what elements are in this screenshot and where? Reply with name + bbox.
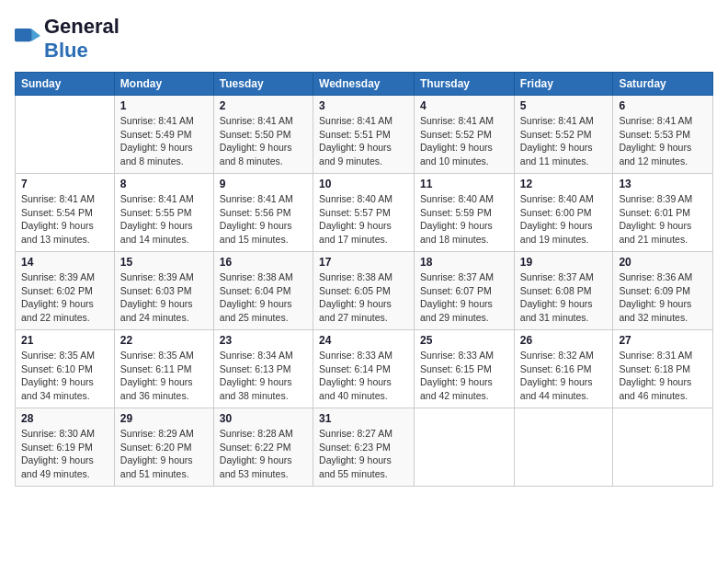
day-number: 22	[120, 334, 208, 347]
day-info: Sunrise: 8:41 AMSunset: 5:51 PMDaylight:…	[319, 114, 408, 168]
day-info: Sunrise: 8:41 AMSunset: 5:56 PMDaylight:…	[220, 192, 307, 247]
day-number: 20	[619, 256, 707, 269]
day-info: Sunrise: 8:31 AMSunset: 6:18 PMDaylight:…	[619, 349, 707, 403]
weekday-header-row: SundayMondayTuesdayWednesdayThursdayFrid…	[16, 73, 713, 96]
day-cell: 4Sunrise: 8:41 AMSunset: 5:52 PMDaylight…	[415, 96, 515, 174]
day-number: 7	[21, 178, 108, 190]
week-row-4: 21Sunrise: 8:35 AMSunset: 6:10 PMDayligh…	[16, 330, 713, 408]
day-info: Sunrise: 8:30 AMSunset: 6:19 PMDaylight:…	[21, 427, 108, 481]
day-info: Sunrise: 8:27 AMSunset: 6:23 PMDaylight:…	[319, 427, 408, 481]
day-cell: 22Sunrise: 8:35 AMSunset: 6:11 PMDayligh…	[114, 330, 213, 408]
day-number: 18	[420, 256, 508, 269]
day-cell	[415, 408, 515, 487]
day-cell: 23Sunrise: 8:34 AMSunset: 6:13 PMDayligh…	[213, 330, 313, 408]
day-cell: 27Sunrise: 8:31 AMSunset: 6:18 PMDayligh…	[613, 330, 713, 408]
day-info: Sunrise: 8:41 AMSunset: 5:53 PMDaylight:…	[619, 114, 707, 168]
day-cell: 1Sunrise: 8:41 AMSunset: 5:49 PMDaylight…	[114, 96, 213, 174]
day-cell: 12Sunrise: 8:40 AMSunset: 6:00 PMDayligh…	[514, 174, 613, 252]
calendar-body: 1Sunrise: 8:41 AMSunset: 5:49 PMDaylight…	[16, 96, 713, 487]
day-number: 13	[619, 178, 707, 190]
day-info: Sunrise: 8:41 AMSunset: 5:55 PMDaylight:…	[120, 192, 208, 247]
day-cell: 5Sunrise: 8:41 AMSunset: 5:52 PMDaylight…	[514, 96, 613, 174]
day-info: Sunrise: 8:41 AMSunset: 5:50 PMDaylight:…	[220, 114, 307, 168]
day-number: 21	[21, 334, 108, 347]
day-number: 8	[120, 178, 208, 190]
day-number: 14	[21, 256, 108, 269]
day-info: Sunrise: 8:32 AMSunset: 6:16 PMDaylight:…	[520, 349, 608, 403]
day-cell: 31Sunrise: 8:27 AMSunset: 6:23 PMDayligh…	[313, 408, 415, 487]
day-cell: 29Sunrise: 8:29 AMSunset: 6:20 PMDayligh…	[114, 408, 213, 487]
weekday-header-sunday: Sunday	[16, 73, 115, 96]
svg-rect-0	[15, 29, 31, 41]
day-cell: 14Sunrise: 8:39 AMSunset: 6:02 PMDayligh…	[16, 252, 115, 330]
day-number: 28	[21, 412, 108, 425]
day-info: Sunrise: 8:40 AMSunset: 6:00 PMDaylight:…	[520, 192, 608, 247]
day-cell: 10Sunrise: 8:40 AMSunset: 5:57 PMDayligh…	[313, 174, 415, 252]
day-info: Sunrise: 8:41 AMSunset: 5:54 PMDaylight:…	[21, 192, 108, 247]
day-cell: 13Sunrise: 8:39 AMSunset: 6:01 PMDayligh…	[613, 174, 713, 252]
header: General Blue	[15, 15, 713, 63]
day-number: 17	[319, 256, 408, 269]
day-info: Sunrise: 8:33 AMSunset: 6:14 PMDaylight:…	[319, 349, 408, 403]
day-cell: 16Sunrise: 8:38 AMSunset: 6:04 PMDayligh…	[213, 252, 313, 330]
day-number: 31	[319, 412, 408, 425]
day-number: 10	[319, 178, 408, 190]
day-number: 5	[520, 99, 608, 112]
day-number: 15	[120, 256, 208, 269]
svg-marker-1	[31, 29, 40, 41]
weekday-header-thursday: Thursday	[415, 73, 515, 96]
day-info: Sunrise: 8:39 AMSunset: 6:03 PMDaylight:…	[120, 270, 208, 325]
day-info: Sunrise: 8:41 AMSunset: 5:49 PMDaylight:…	[120, 114, 208, 168]
week-row-3: 14Sunrise: 8:39 AMSunset: 6:02 PMDayligh…	[16, 252, 713, 330]
day-info: Sunrise: 8:37 AMSunset: 6:08 PMDaylight:…	[520, 270, 608, 325]
week-row-2: 7Sunrise: 8:41 AMSunset: 5:54 PMDaylight…	[16, 174, 713, 252]
day-info: Sunrise: 8:40 AMSunset: 5:57 PMDaylight:…	[319, 192, 408, 247]
day-number: 16	[220, 256, 307, 269]
weekday-header-saturday: Saturday	[613, 73, 713, 96]
day-info: Sunrise: 8:33 AMSunset: 6:15 PMDaylight:…	[420, 349, 508, 403]
day-number: 9	[220, 178, 307, 190]
day-info: Sunrise: 8:29 AMSunset: 6:20 PMDaylight:…	[120, 427, 208, 481]
day-number: 27	[619, 334, 707, 347]
day-number: 24	[319, 334, 408, 347]
day-info: Sunrise: 8:36 AMSunset: 6:09 PMDaylight:…	[619, 270, 707, 325]
day-info: Sunrise: 8:38 AMSunset: 6:04 PMDaylight:…	[220, 270, 307, 325]
day-cell: 20Sunrise: 8:36 AMSunset: 6:09 PMDayligh…	[613, 252, 713, 330]
day-cell: 24Sunrise: 8:33 AMSunset: 6:14 PMDayligh…	[313, 330, 415, 408]
day-info: Sunrise: 8:35 AMSunset: 6:10 PMDaylight:…	[21, 349, 108, 403]
day-cell	[16, 96, 115, 174]
weekday-header-monday: Monday	[114, 73, 213, 96]
day-number: 26	[520, 334, 608, 347]
day-number: 25	[420, 334, 508, 347]
week-row-5: 28Sunrise: 8:30 AMSunset: 6:19 PMDayligh…	[16, 408, 713, 487]
logo-text: General Blue	[44, 15, 119, 63]
day-cell: 25Sunrise: 8:33 AMSunset: 6:15 PMDayligh…	[415, 330, 515, 408]
day-cell	[613, 408, 713, 487]
day-number: 1	[120, 99, 208, 112]
day-info: Sunrise: 8:39 AMSunset: 6:02 PMDaylight:…	[21, 270, 108, 325]
day-info: Sunrise: 8:34 AMSunset: 6:13 PMDaylight:…	[220, 349, 307, 403]
day-cell: 8Sunrise: 8:41 AMSunset: 5:55 PMDaylight…	[114, 174, 213, 252]
day-info: Sunrise: 8:41 AMSunset: 5:52 PMDaylight:…	[520, 114, 608, 168]
day-info: Sunrise: 8:39 AMSunset: 6:01 PMDaylight:…	[619, 192, 707, 247]
day-cell: 15Sunrise: 8:39 AMSunset: 6:03 PMDayligh…	[114, 252, 213, 330]
day-info: Sunrise: 8:37 AMSunset: 6:07 PMDaylight:…	[420, 270, 508, 325]
page: General Blue SundayMondayTuesdayWednesda…	[0, 0, 728, 563]
day-number: 19	[520, 256, 608, 269]
weekday-header-friday: Friday	[514, 73, 613, 96]
day-number: 23	[220, 334, 307, 347]
logo-icon	[15, 29, 40, 49]
day-cell: 18Sunrise: 8:37 AMSunset: 6:07 PMDayligh…	[415, 252, 515, 330]
day-number: 30	[220, 412, 307, 425]
day-cell: 17Sunrise: 8:38 AMSunset: 6:05 PMDayligh…	[313, 252, 415, 330]
day-number: 6	[619, 99, 707, 112]
day-cell: 28Sunrise: 8:30 AMSunset: 6:19 PMDayligh…	[16, 408, 115, 487]
day-cell: 19Sunrise: 8:37 AMSunset: 6:08 PMDayligh…	[514, 252, 613, 330]
day-cell: 21Sunrise: 8:35 AMSunset: 6:10 PMDayligh…	[16, 330, 115, 408]
day-cell: 11Sunrise: 8:40 AMSunset: 5:59 PMDayligh…	[415, 174, 515, 252]
day-info: Sunrise: 8:35 AMSunset: 6:11 PMDaylight:…	[120, 349, 208, 403]
day-cell: 3Sunrise: 8:41 AMSunset: 5:51 PMDaylight…	[313, 96, 415, 174]
day-cell: 26Sunrise: 8:32 AMSunset: 6:16 PMDayligh…	[514, 330, 613, 408]
day-number: 3	[319, 99, 408, 112]
weekday-header-tuesday: Tuesday	[213, 73, 313, 96]
